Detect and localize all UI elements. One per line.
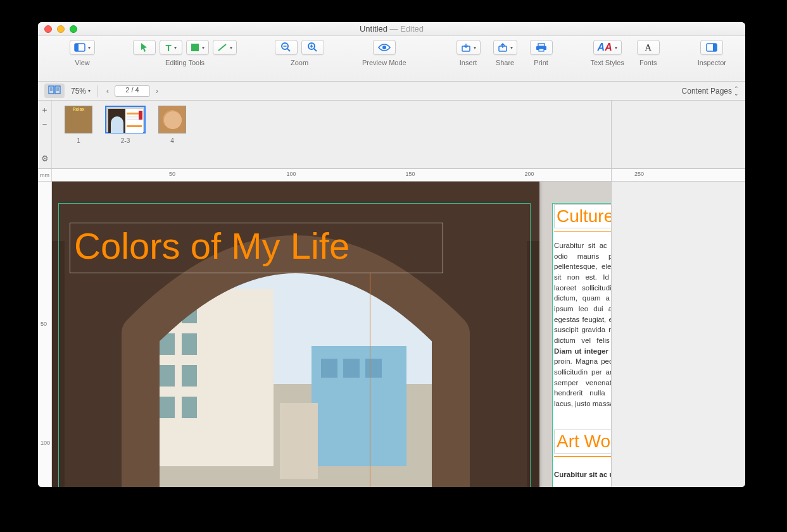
text-tool-button[interactable]: T▾ bbox=[160, 40, 182, 55]
headline-text-frame[interactable]: Colors of My Life bbox=[70, 223, 443, 273]
page-indicator-field[interactable]: 2 / 4 bbox=[115, 85, 150, 97]
canvas-wrap: 50 100 bbox=[38, 182, 611, 487]
app-window: Untitled — Edited ▾ View bbox=[38, 22, 745, 487]
section-1-body[interactable]: Curabitur sit ac ut, adipiscing tincidun… bbox=[554, 240, 611, 409]
fonts-button[interactable]: A bbox=[637, 40, 660, 55]
svg-rect-14 bbox=[538, 44, 545, 46]
thumbnail-4[interactable]: 4 bbox=[158, 106, 186, 144]
thumb-settings-button[interactable]: ⚙ bbox=[41, 154, 49, 163]
content-pages-label: Content Pages bbox=[682, 87, 732, 96]
section-2-title[interactable]: Art Works bbox=[554, 430, 611, 454]
shape-tool-button[interactable]: ▾ bbox=[186, 40, 209, 55]
shape-icon bbox=[191, 43, 199, 52]
zoom-value: 75% bbox=[71, 87, 86, 96]
preview-icon bbox=[377, 43, 391, 52]
print-icon bbox=[536, 43, 547, 52]
zoom-label: Zoom bbox=[291, 59, 308, 66]
svg-line-8 bbox=[314, 49, 317, 51]
content-pages-dropdown[interactable]: Content Pages ⌃⌄ bbox=[682, 86, 739, 96]
zoom-level-dropdown[interactable]: 75% ▾ bbox=[71, 87, 91, 96]
next-page-button[interactable]: › bbox=[153, 87, 161, 96]
ruler-row: mm 50 100 150 200 bbox=[38, 169, 611, 182]
section-1-bold: Diam ut integer lorem vestibulum bbox=[554, 347, 611, 355]
chevron-down-icon: ▾ bbox=[88, 88, 91, 94]
ruler-tick: 50 bbox=[41, 321, 47, 327]
toolbar: ▾ View T▾ ▾ bbox=[38, 36, 745, 82]
inspector-label: Inspector bbox=[698, 59, 726, 66]
remove-page-button[interactable]: − bbox=[42, 120, 47, 129]
section-1-rule bbox=[554, 231, 611, 232]
svg-point-11 bbox=[382, 46, 386, 49]
window-title: Untitled — Edited bbox=[38, 24, 745, 34]
svg-rect-19 bbox=[49, 86, 54, 94]
text-tool-icon: T bbox=[165, 42, 171, 53]
headline-text[interactable]: Colors of My Life bbox=[70, 223, 443, 268]
text-styles-icon: AA bbox=[598, 42, 612, 53]
editing-tools-label: Editing Tools bbox=[165, 59, 205, 66]
svg-rect-16 bbox=[539, 49, 544, 51]
fonts-icon: A bbox=[645, 42, 652, 53]
text-styles-label: Text Styles bbox=[591, 59, 624, 66]
add-page-button[interactable]: ＋ bbox=[41, 104, 49, 116]
page-3[interactable]: Culture Curabitur sit ac ut, adipiscing … bbox=[552, 203, 611, 487]
thumb-2-3-label: 2-3 bbox=[121, 137, 130, 144]
thumbnail-2-3[interactable]: 2-3 bbox=[105, 106, 146, 144]
print-button[interactable] bbox=[530, 40, 553, 55]
view-label: View bbox=[75, 59, 90, 66]
left-column: ＋ − ⚙ Relax 1 bbox=[38, 101, 612, 487]
updown-icon: ⌃⌄ bbox=[734, 86, 739, 96]
insert-icon bbox=[461, 43, 471, 52]
section-1-body-b: cum proin. Magna pede ante nibh, a ultri… bbox=[554, 347, 611, 407]
thumb-1-text: Relax bbox=[65, 107, 92, 111]
insert-label: Insert bbox=[460, 59, 477, 66]
page-2-center-guide bbox=[370, 273, 370, 487]
section-2-body[interactable]: Curabitur sit ac ut, adipiscing tincidun… bbox=[554, 469, 611, 480]
window-title-text: Untitled bbox=[360, 24, 387, 34]
line-icon bbox=[217, 43, 227, 52]
horizontal-ruler: 50 100 150 200 bbox=[52, 169, 611, 181]
zoom-out-button[interactable] bbox=[275, 40, 298, 55]
page-2[interactable]: Colors of My Life bbox=[52, 182, 539, 487]
thumbnails: Relax 1 2-3 4 bbox=[52, 101, 611, 168]
svg-rect-18 bbox=[713, 44, 717, 51]
page-nav-bar: 75% ▾ ‹ 2 / 4 › Content Pages ⌃⌄ bbox=[38, 82, 745, 101]
preview-label: Preview Mode bbox=[362, 59, 406, 66]
insert-button[interactable]: ▾ bbox=[456, 40, 481, 55]
share-button[interactable]: ▾ bbox=[493, 40, 517, 55]
svg-rect-1 bbox=[75, 44, 79, 51]
inspector-icon bbox=[706, 43, 717, 52]
ruler-tick: 100 bbox=[286, 171, 296, 177]
ruler-unit: mm bbox=[38, 169, 52, 181]
share-label: Share bbox=[496, 59, 514, 66]
view-icon bbox=[74, 43, 85, 52]
inspector-button[interactable] bbox=[700, 40, 723, 55]
canvas[interactable]: Colors of My Life Culture C bbox=[52, 182, 611, 487]
ruler-tick: 100 bbox=[41, 440, 50, 446]
inspector-panel: 250 bbox=[612, 101, 745, 487]
thumbnail-strip: ＋ − ⚙ Relax 1 bbox=[38, 101, 611, 169]
pointer-tool-button[interactable] bbox=[133, 40, 156, 55]
ruler-tick: 150 bbox=[405, 171, 415, 177]
main-area: ＋ − ⚙ Relax 1 bbox=[38, 101, 745, 487]
prev-page-button[interactable]: ‹ bbox=[104, 87, 111, 96]
vertical-ruler: 50 100 bbox=[38, 182, 52, 487]
share-icon bbox=[498, 43, 508, 52]
pointer-icon bbox=[140, 42, 149, 53]
zoom-in-icon bbox=[308, 42, 318, 53]
thumbnail-1[interactable]: Relax 1 bbox=[65, 106, 92, 144]
spread-view-button[interactable] bbox=[44, 84, 65, 98]
svg-rect-20 bbox=[55, 86, 60, 94]
section-1-body-a: Curabitur sit ac ut, adipiscing tincidun… bbox=[554, 242, 611, 344]
line-tool-button[interactable]: ▾ bbox=[213, 40, 237, 55]
text-styles-button[interactable]: AA ▾ bbox=[593, 40, 622, 55]
svg-line-3 bbox=[218, 44, 226, 51]
thumb-4-label: 4 bbox=[170, 137, 174, 144]
preview-button[interactable] bbox=[373, 40, 396, 55]
ruler-tick: 250 bbox=[634, 171, 644, 177]
section-2-rule bbox=[554, 456, 611, 457]
section-1-title[interactable]: Culture bbox=[554, 204, 611, 228]
zoom-in-button[interactable] bbox=[301, 40, 324, 55]
view-button[interactable]: ▾ bbox=[70, 40, 95, 55]
thumb-1-label: 1 bbox=[77, 137, 80, 144]
page-indicator-value: 2 / 4 bbox=[125, 86, 139, 94]
